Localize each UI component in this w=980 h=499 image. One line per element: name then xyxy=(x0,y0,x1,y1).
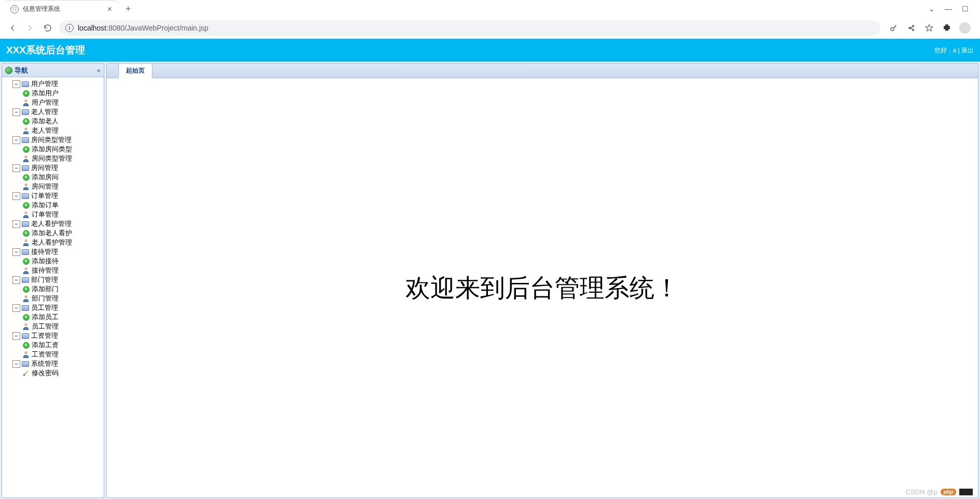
tree-item[interactable]: +添加老人 xyxy=(3,117,103,126)
tree-label: 添加老人看护 xyxy=(32,229,72,238)
watermark-box xyxy=(959,489,973,495)
module-icon xyxy=(21,220,30,228)
workspace: 导航 « −用户管理+添加用户用户管理−老人管理+添加老人老人管理−房间类型管理… xyxy=(0,62,980,499)
tree-item[interactable]: 房间管理 xyxy=(3,182,103,191)
tree-label: 系统管理 xyxy=(31,359,58,368)
user-icon xyxy=(22,322,30,331)
address-input[interactable]: i localhost:8080/JavaWebProject/main.jsp xyxy=(59,20,880,36)
module-icon xyxy=(21,80,30,88)
add-icon: + xyxy=(22,285,30,293)
tree-label: 员工管理 xyxy=(31,303,58,312)
tree-group[interactable]: −用户管理 xyxy=(3,79,103,89)
user-icon xyxy=(22,210,30,219)
tree-group[interactable]: −老人管理 xyxy=(3,107,103,117)
tree-label: 用户管理 xyxy=(31,79,58,89)
collapse-toggle-icon[interactable]: − xyxy=(12,192,20,200)
tree-item[interactable]: +添加接待 xyxy=(3,256,103,266)
collapse-toggle-icon[interactable]: − xyxy=(12,360,20,368)
collapse-toggle-icon[interactable]: − xyxy=(12,304,20,312)
tree-label: 添加房间类型 xyxy=(32,145,72,154)
collapse-toggle-icon[interactable]: − xyxy=(12,276,20,284)
module-icon xyxy=(21,108,30,116)
tree-item[interactable]: 老人看护管理 xyxy=(3,238,103,247)
profile-avatar[interactable] xyxy=(959,22,971,34)
module-icon xyxy=(21,164,30,172)
user-icon xyxy=(22,238,30,247)
collapse-toggle-icon[interactable]: − xyxy=(12,248,20,256)
tree-label: 房间管理 xyxy=(31,163,58,173)
content-area: 欢迎来到后台管理系统！ xyxy=(107,78,978,497)
user-greeting[interactable]: 您好，a | 退出 xyxy=(934,46,974,55)
tree-group[interactable]: −老人看护管理 xyxy=(3,219,103,229)
minimize-icon[interactable]: — xyxy=(945,5,952,12)
tree-item[interactable]: +添加部门 xyxy=(3,284,103,294)
module-icon xyxy=(21,304,30,312)
chevron-down-icon[interactable]: ⌄ xyxy=(928,5,935,12)
back-button[interactable] xyxy=(6,22,19,34)
tree-label: 接待管理 xyxy=(32,266,59,275)
tree-item[interactable]: 用户管理 xyxy=(3,98,103,107)
add-icon: + xyxy=(22,201,30,209)
module-icon xyxy=(21,192,30,200)
tree-item[interactable]: +添加用户 xyxy=(3,89,103,98)
tree-label: 接待管理 xyxy=(31,247,58,256)
close-icon[interactable]: × xyxy=(107,5,112,14)
collapse-toggle-icon[interactable]: − xyxy=(12,164,20,172)
module-icon xyxy=(21,136,30,144)
tree-group[interactable]: −工资管理 xyxy=(3,331,103,340)
url-port: :8080 xyxy=(106,24,124,32)
extensions-icon[interactable] xyxy=(942,23,952,33)
tree-group[interactable]: −部门管理 xyxy=(3,275,103,284)
tree-label: 添加老人 xyxy=(32,117,59,126)
collapse-toggle-icon[interactable]: − xyxy=(12,220,20,228)
tree-group[interactable]: −员工管理 xyxy=(3,303,103,312)
tree-group[interactable]: −系统管理 xyxy=(3,359,103,368)
tree-item[interactable]: 工资管理 xyxy=(3,350,103,359)
add-icon: + xyxy=(22,257,30,265)
tree-group[interactable]: −订单管理 xyxy=(3,191,103,201)
svg-point-2 xyxy=(913,29,914,31)
tree-item[interactable]: +添加员工 xyxy=(3,312,103,322)
tree-item[interactable]: 修改密码 xyxy=(3,368,103,378)
collapse-toggle-icon[interactable]: − xyxy=(12,80,20,88)
collapse-toggle-icon[interactable]: − xyxy=(12,108,20,116)
new-tab-button[interactable]: + xyxy=(120,4,136,15)
tree-item[interactable]: +添加房间 xyxy=(3,173,103,182)
forward-button[interactable] xyxy=(24,22,36,34)
tree-group[interactable]: −房间管理 xyxy=(3,163,103,173)
tree-item[interactable]: +添加工资 xyxy=(3,340,103,350)
share-icon[interactable] xyxy=(906,23,917,33)
collapse-toggle-icon[interactable]: − xyxy=(12,332,20,340)
tree-label: 用户管理 xyxy=(32,98,59,107)
site-info-icon[interactable]: i xyxy=(65,24,74,32)
main-region: 起始页 欢迎来到后台管理系统！ xyxy=(106,63,978,498)
collapse-icon[interactable]: « xyxy=(97,66,101,74)
tree-group[interactable]: −接待管理 xyxy=(3,247,103,256)
add-icon: + xyxy=(22,173,30,181)
tree-item[interactable]: 房间类型管理 xyxy=(3,154,103,163)
module-icon xyxy=(21,360,30,368)
tree-label: 添加部门 xyxy=(32,284,59,294)
tab-start[interactable]: 起始页 xyxy=(118,63,152,78)
tree-item[interactable]: +添加订单 xyxy=(3,201,103,210)
url-path: /JavaWebProject/main.jsp xyxy=(124,24,208,32)
tree-label: 部门管理 xyxy=(31,275,58,284)
module-icon xyxy=(21,276,30,284)
tree-item[interactable]: +添加房间类型 xyxy=(3,145,103,154)
tree-label: 员工管理 xyxy=(32,322,59,331)
tree-label: 老人管理 xyxy=(32,126,59,135)
tree-group[interactable]: −房间类型管理 xyxy=(3,135,103,145)
key-icon[interactable] xyxy=(889,23,899,33)
tree-item[interactable]: 老人管理 xyxy=(3,126,103,135)
star-icon[interactable] xyxy=(924,23,934,33)
browser-tab-active[interactable]: 信息管理系统 × xyxy=(4,0,118,18)
tree-item[interactable]: 接待管理 xyxy=(3,266,103,275)
tree-label: 订单管理 xyxy=(32,210,59,219)
tree-item[interactable]: 员工管理 xyxy=(3,322,103,331)
tree-item[interactable]: 订单管理 xyxy=(3,210,103,219)
tree-item[interactable]: +添加老人看护 xyxy=(3,229,103,238)
tree-item[interactable]: 部门管理 xyxy=(3,294,103,303)
maximize-icon[interactable]: ☐ xyxy=(961,5,969,12)
reload-button[interactable] xyxy=(41,22,54,34)
collapse-toggle-icon[interactable]: − xyxy=(12,136,20,144)
